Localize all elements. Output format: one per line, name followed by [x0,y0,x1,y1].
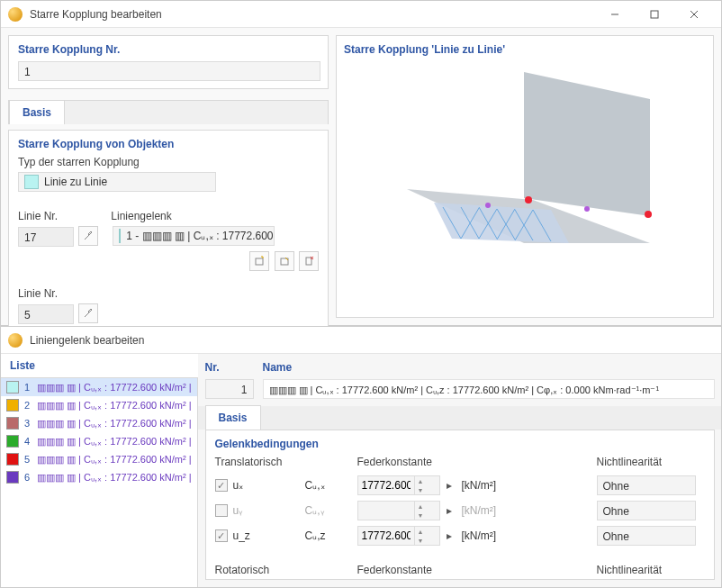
hinge-new-button[interactable] [249,251,269,271]
conditions-title: Gelenkbedingungen [215,438,705,450]
window-title: Starre Kopplung bearbeiten [30,8,595,21]
spring-symbol: Cᵤ,z [305,529,357,542]
list-item-text: ▥▥▥ ▥ | Cᵤ,ₓ : 17772.600 kN/m² | [37,454,192,466]
unit-label: [kN/m²] [462,529,561,542]
hinge-name-field[interactable]: ▥▥▥ ▥ | Cᵤ,ₓ : 17772.600 kN/m² | Cᵤ,z : … [263,379,715,399]
list-item-index: 2 [24,400,37,411]
dialog-line-hinge: Liniengelenk bearbeiten Liste 1 ▥▥▥ ▥ | … [0,326,722,588]
hinge-edit-button[interactable] [275,251,294,271]
app-icon [8,7,23,22]
expand-icon[interactable]: ▸ [440,504,458,517]
expand-icon[interactable]: ▸ [440,529,458,542]
col-header: Federkonstante [357,564,561,576]
dof-symbol: u_z [233,529,250,542]
conditions-card: Gelenkbedingungen Translatorisch Federko… [205,430,715,580]
maximize-button[interactable] [635,1,674,28]
list-item-text: ▥▥▥ ▥ | Cᵤ,ₓ : 17772.600 kN/m² | [37,382,192,394]
dof-checkbox[interactable]: uᵧ [215,504,305,517]
objects-card: Starre Kopplung von Objekten Typ der sta… [8,130,329,332]
coupling-type-select[interactable]: Linie zu Linie [18,172,216,192]
dof-symbol: uᵧ [233,504,243,517]
nonlinearity-select[interactable]: Ohne [597,501,696,520]
list-item-index: 6 [24,472,37,483]
titlebar[interactable]: Starre Kopplung bearbeiten [1,1,721,28]
tabstrip: Basis [198,406,722,430]
hinge-delete-button[interactable] [299,251,319,271]
list-item[interactable]: 1 ▥▥▥ ▥ | Cᵤ,ₓ : 17772.600 kN/m² | [1,378,197,396]
svg-point-23 [645,211,652,218]
svg-rect-4 [256,258,263,265]
line2-label: Linie Nr. [18,287,319,300]
name-label: Name [263,361,715,374]
line1-label: Linie Nr. [18,210,98,222]
nonlinearity-select[interactable]: Ohne [597,526,696,546]
hinge-list[interactable]: 1 ▥▥▥ ▥ | Cᵤ,ₓ : 17772.600 kN/m² | 2 ▥▥▥… [1,378,198,587]
nonlinearity-select[interactable]: Ohne [597,475,696,495]
color-swatch-icon [6,471,19,484]
list-item[interactable]: 6 ▥▥▥ ▥ | Cᵤ,ₓ : 17772.600 kN/m² | [1,468,197,486]
dof-checkbox[interactable]: uₓ [215,479,305,492]
type-value: Linie zu Linie [44,176,107,188]
list-item-index: 4 [24,436,37,447]
svg-marker-9 [524,72,650,216]
hinge-nr-input[interactable]: 1 [205,379,254,399]
nr-label: Nr. [205,361,254,374]
col-header: Federkonstante [357,456,561,468]
col-header: Nichtlinearität [597,456,705,468]
list-item-index: 5 [24,454,37,465]
line2-input[interactable]: 5 [18,304,74,324]
preview-panel: Starre Kopplung 'Linie zu Linie' [336,35,714,318]
tab-basis[interactable]: Basis [9,100,65,124]
nr-label: Starre Kopplung Nr. [18,43,319,56]
list-header: Liste [1,354,198,378]
objects-title: Starre Kopplung von Objekten [18,138,319,150]
titlebar[interactable]: Liniengelenk bearbeiten [1,327,721,354]
type-icon [24,175,39,189]
close-button[interactable] [674,1,714,28]
list-item-text: ▥▥▥ ▥ | Cᵤ,ₓ : 17772.600 kN/m² | [37,418,192,430]
list-item[interactable]: 2 ▥▥▥ ▥ | Cᵤ,ₓ : 17772.600 kN/m² | [1,396,197,414]
list-item[interactable]: 3 ▥▥▥ ▥ | Cᵤ,ₓ : 17772.600 kN/m² | [1,414,197,432]
col-header: Nichtlinearität [597,564,705,576]
spring-symbol: Cᵤ,ᵧ [305,504,357,517]
minimize-button[interactable] [595,1,635,28]
color-swatch-icon [6,453,19,466]
color-swatch-icon [6,435,19,448]
color-swatch-icon [6,399,19,412]
tabstrip: Basis [8,100,329,124]
window-title: Liniengelenk bearbeiten [30,334,714,347]
list-item-index: 1 [24,382,37,393]
hinge-value: 1 - ▥▥▥ ▥ | Cᵤ,ₓ : 17772.600 k… [126,230,275,242]
col-header: Rotatorisch [215,564,305,576]
svg-point-22 [525,196,532,204]
spring-value-input[interactable]: ▲▼ [357,475,440,495]
pick-line1-button[interactable] [78,226,98,246]
preview-title: Starre Kopplung 'Linie zu Linie' [344,43,706,56]
list-item-index: 3 [24,418,37,429]
hinge-icon [119,229,121,243]
nr-card: Starre Kopplung Nr. 1 [8,35,329,89]
type-label: Typ der starren Kopplung [18,156,319,168]
svg-rect-1 [651,11,658,18]
spring-value-input: ▲▼ [357,501,440,520]
color-swatch-icon [6,381,19,394]
preview-3d-icon [380,63,704,270]
coupling-nr-input[interactable]: 1 [18,61,320,81]
unit-label: [kN/m²] [462,504,561,517]
list-item-text: ▥▥▥ ▥ | Cᵤ,ₓ : 17772.600 kN/m² | [37,472,192,484]
line1-input[interactable]: 17 [18,227,74,247]
pick-line2-button[interactable] [78,303,98,323]
list-item[interactable]: 5 ▥▥▥ ▥ | Cᵤ,ₓ : 17772.600 kN/m² | [1,450,197,468]
dof-checkbox[interactable]: u_z [215,529,305,542]
spring-value-input[interactable]: ▲▼ [357,526,440,546]
list-item-text: ▥▥▥ ▥ | Cᵤ,ₓ : 17772.600 kN/m² | [37,436,192,448]
tab-basis[interactable]: Basis [205,405,261,430]
hinge-select[interactable]: 1 - ▥▥▥ ▥ | Cᵤ,ₓ : 17772.600 k… [113,226,275,246]
app-icon [8,333,23,348]
hinge-label: Liniengelenk [111,210,319,222]
svg-point-25 [584,206,590,212]
spring-symbol: Cᵤ,ₓ [305,479,357,492]
expand-icon[interactable]: ▸ [440,479,458,492]
list-item[interactable]: 4 ▥▥▥ ▥ | Cᵤ,ₓ : 17772.600 kN/m² | [1,432,197,450]
dialog-rigid-coupling: Starre Kopplung bearbeiten Starre Kopplu… [0,0,722,326]
